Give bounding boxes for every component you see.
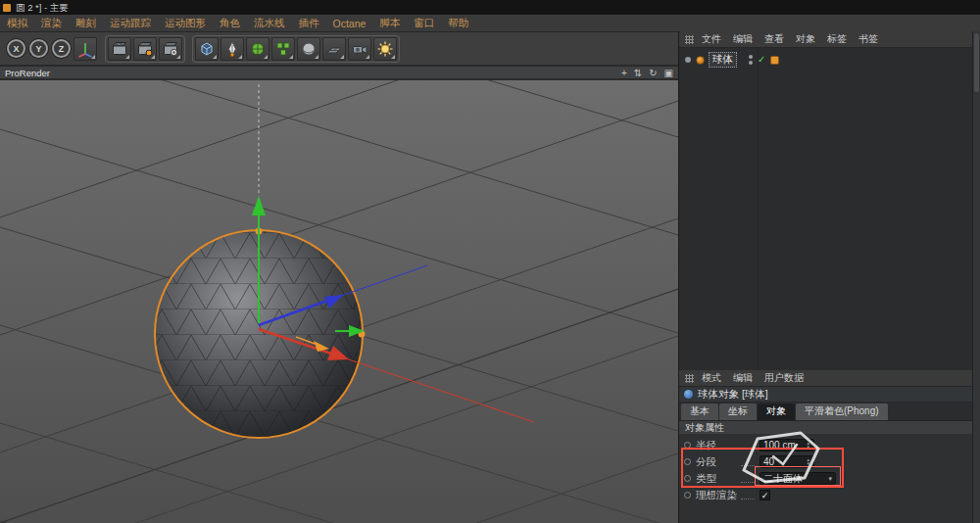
window-title: 圆 2 *] - 主要 bbox=[16, 0, 69, 15]
key-dot-icon[interactable] bbox=[684, 492, 691, 499]
om-menu-bookmarks[interactable]: 书签 bbox=[853, 32, 884, 46]
key-dot-icon[interactable] bbox=[684, 458, 691, 465]
lock-x-axis-button[interactable]: X bbox=[7, 39, 25, 58]
attribute-rows: 半径 100 cm ▲▼ 分段 40 ▲▼ bbox=[679, 434, 973, 523]
render-button-group bbox=[105, 35, 185, 63]
spinner-icon[interactable]: ▲▼ bbox=[807, 442, 810, 450]
render-perfect-row: 理想渲染 ✓ bbox=[679, 487, 973, 503]
attr-menu-userdata[interactable]: 用户数据 bbox=[759, 371, 809, 385]
leader-dots bbox=[741, 475, 755, 483]
spinner-icon[interactable]: ▲▼ bbox=[807, 458, 810, 466]
mograph-button[interactable] bbox=[271, 37, 295, 61]
menu-mograph[interactable]: 运动图形 bbox=[158, 17, 213, 30]
render-perfect-label: 理想渲染 bbox=[696, 489, 741, 502]
viewport-canvas[interactable] bbox=[0, 80, 678, 523]
radius-row: 半径 100 cm ▲▼ bbox=[679, 437, 973, 453]
segments-label: 分段 bbox=[696, 455, 741, 469]
rotate-icon[interactable]: ↻ bbox=[649, 67, 657, 79]
om-menu-file[interactable]: 文件 bbox=[696, 32, 727, 46]
object-flags: ✓ bbox=[749, 55, 779, 65]
maximize-icon[interactable]: ▣ bbox=[664, 67, 673, 79]
type-dropdown[interactable]: 二十面体 ▾ bbox=[760, 472, 836, 485]
om-menu-edit[interactable]: 编辑 bbox=[727, 32, 759, 46]
subdivision-surface-icon bbox=[249, 40, 267, 58]
visibility-dots-icon[interactable] bbox=[749, 55, 753, 65]
dolly-icon[interactable]: ⇅ bbox=[634, 67, 642, 79]
attribute-tabs: 基本 坐标 对象 平滑着色(Phong) bbox=[679, 403, 973, 420]
create-tools-group bbox=[192, 35, 400, 63]
attr-menu-mode[interactable]: 模式 bbox=[696, 371, 727, 385]
panel-handle-icon[interactable] bbox=[685, 374, 694, 383]
floor-button[interactable] bbox=[322, 37, 346, 61]
object-row-sphere[interactable]: 球体 ✓ bbox=[683, 52, 971, 68]
radius-value: 100 cm bbox=[763, 440, 796, 451]
attribute-header-title: 球体对象 [球体] bbox=[698, 388, 768, 402]
segments-input[interactable]: 40 ▲▼ bbox=[760, 455, 814, 468]
viewport-nav: + ⇅ ↻ ▣ bbox=[621, 67, 673, 79]
deformer-icon bbox=[300, 40, 318, 58]
spline-pen-button[interactable] bbox=[220, 37, 244, 61]
render-view-button[interactable] bbox=[108, 37, 131, 61]
om-menu-view[interactable]: 查看 bbox=[759, 32, 790, 46]
menu-help[interactable]: 帮助 bbox=[441, 17, 475, 30]
cube-primitive-button[interactable] bbox=[195, 37, 219, 61]
menu-render[interactable]: 渲染 bbox=[34, 17, 69, 30]
render-picture-viewer-button[interactable] bbox=[133, 37, 157, 61]
light-button[interactable] bbox=[373, 37, 397, 61]
tab-coordinates[interactable]: 坐标 bbox=[719, 404, 757, 420]
menu-motion-tracker[interactable]: 运动跟踪 bbox=[103, 17, 158, 30]
pan-icon[interactable]: + bbox=[621, 67, 627, 79]
menu-plugins[interactable]: 插件 bbox=[292, 17, 326, 30]
panel-handle-icon[interactable] bbox=[685, 35, 694, 44]
render-settings-button[interactable] bbox=[159, 37, 182, 61]
attribute-manager: 模式 编辑 用户数据 球体对象 [球体] 基本 坐标 对象 平滑着色(Phong… bbox=[679, 370, 973, 523]
check-icon: ✓ bbox=[761, 491, 769, 500]
subdivision-surface-button[interactable] bbox=[246, 37, 270, 61]
deformer-button[interactable] bbox=[297, 37, 320, 61]
camera-button[interactable] bbox=[348, 37, 371, 61]
tab-object[interactable]: 对象 bbox=[758, 404, 795, 420]
right-panel: 文件 编辑 查看 对象 标签 书签 球体 ✓ bbox=[678, 31, 980, 523]
pen-icon bbox=[223, 40, 241, 58]
menu-character[interactable]: 角色 bbox=[213, 17, 247, 30]
mograph-icon bbox=[274, 40, 292, 58]
phong-tag-icon[interactable] bbox=[770, 56, 779, 65]
section-object-properties: 对象属性 bbox=[679, 420, 973, 434]
attribute-menubar: 模式 编辑 用户数据 bbox=[679, 370, 973, 387]
sphere-object-icon[interactable] bbox=[696, 56, 705, 65]
coordinate-system-button[interactable] bbox=[74, 37, 97, 61]
type-value: 二十面体 bbox=[763, 472, 803, 486]
tab-phong[interactable]: 平滑着色(Phong) bbox=[796, 404, 888, 420]
object-label[interactable]: 球体 bbox=[709, 52, 737, 68]
menu-octane[interactable]: Octane bbox=[326, 18, 373, 29]
type-row: 类型 二十面体 ▾ bbox=[679, 470, 973, 487]
key-dot-icon[interactable] bbox=[684, 442, 691, 449]
enabled-check-icon[interactable]: ✓ bbox=[758, 55, 765, 65]
radius-input[interactable]: 100 cm ▲▼ bbox=[760, 439, 814, 452]
menu-simulate[interactable]: 模拟 bbox=[0, 17, 34, 30]
render-settings-icon bbox=[162, 40, 179, 58]
menu-pipeline[interactable]: 流水线 bbox=[247, 17, 292, 30]
render-view-icon bbox=[111, 40, 128, 58]
object-tree[interactable]: 球体 ✓ bbox=[679, 48, 973, 370]
om-menu-tags[interactable]: 标签 bbox=[821, 32, 853, 46]
om-menu-objects[interactable]: 对象 bbox=[790, 32, 821, 46]
radius-label: 半径 bbox=[696, 439, 741, 452]
scrollbar[interactable] bbox=[972, 31, 980, 523]
attr-menu-edit[interactable]: 编辑 bbox=[727, 371, 759, 385]
menu-script[interactable]: 脚本 bbox=[372, 17, 407, 30]
scrollbar-thumb[interactable] bbox=[974, 33, 979, 92]
viewport[interactable]: ProRender + ⇅ ↻ ▣ bbox=[0, 67, 678, 523]
key-dot-icon[interactable] bbox=[684, 475, 691, 482]
cube-icon bbox=[198, 40, 216, 58]
render-perfect-checkbox[interactable]: ✓ bbox=[760, 490, 770, 500]
leader-dots bbox=[741, 492, 755, 499]
viewport-title: ProRender bbox=[5, 68, 50, 78]
menu-sculpt[interactable]: 雕刻 bbox=[69, 17, 103, 30]
lock-z-axis-button[interactable]: Z bbox=[52, 39, 71, 58]
leader-dots bbox=[741, 442, 755, 450]
type-label: 类型 bbox=[696, 472, 741, 486]
tab-basic[interactable]: 基本 bbox=[681, 404, 718, 420]
lock-y-axis-button[interactable]: Y bbox=[29, 39, 48, 58]
menu-window[interactable]: 窗口 bbox=[407, 17, 441, 30]
